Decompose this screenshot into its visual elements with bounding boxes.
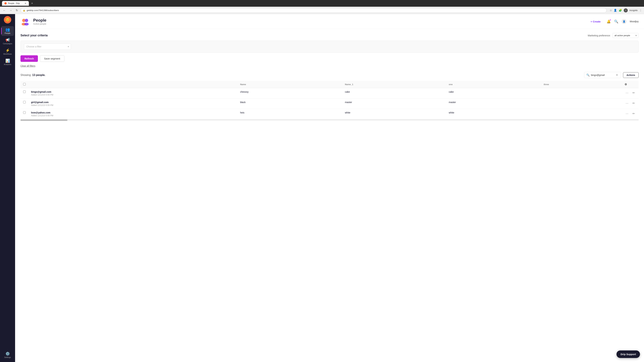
people-table: Name Name_1 one three ⚙ bbox=[20, 81, 639, 119]
td-name-1: chesssy bbox=[238, 88, 342, 98]
page-title: People bbox=[33, 18, 584, 23]
people-avatar bbox=[20, 17, 30, 26]
actions-button[interactable]: Actions bbox=[623, 72, 639, 78]
save-segment-button[interactable]: Save segment bbox=[40, 55, 64, 62]
app-layout: 😊 👥 People 📢 Campaigns ⚡ Workflows 📊 bbox=[0, 14, 644, 362]
row-actions-3: ··· ✏ bbox=[624, 111, 636, 116]
forward-button[interactable]: → bbox=[8, 8, 13, 12]
row-edit-button-3[interactable]: ✏ bbox=[632, 111, 636, 116]
marketing-pref-dropdown[interactable]: all active people active subscribers ina… bbox=[612, 33, 639, 38]
td-person-1: bingo@gmail.com Added 12/12/23 5:55 PM bbox=[28, 88, 238, 98]
row-checkbox-3[interactable] bbox=[23, 111, 26, 114]
td-name-2: black bbox=[238, 98, 342, 109]
person-email-3[interactable]: love@yahoo.com bbox=[31, 111, 235, 114]
criteria-header: Select your criteria Marketing preferenc… bbox=[20, 33, 639, 38]
incognito-badge[interactable]: I bbox=[624, 8, 628, 12]
row-edit-button-2[interactable]: ✏ bbox=[632, 101, 636, 105]
filter-select-wrapper: Email Tags Custom fields ▾ Choose a filt… bbox=[24, 43, 71, 50]
notification-dot bbox=[610, 19, 611, 21]
back-button[interactable]: ← bbox=[2, 8, 7, 12]
td-actions-3: ··· ✏ bbox=[622, 109, 639, 119]
content-area: Select your criteria Marketing preferenc… bbox=[15, 29, 644, 362]
table-row: love@yahoo.com Added 12/12/23 5:55 PM he… bbox=[20, 109, 639, 119]
sidebar-item-settings[interactable]: ⚙️ Settings bbox=[1, 350, 14, 360]
address-bar[interactable]: 🔒 getdrip.com/7641396/subscribers bbox=[21, 8, 606, 13]
sidebar-item-wrapper-workflows: ⚡ Workflows bbox=[1, 47, 14, 57]
clear-filters-link[interactable]: Clear all filters bbox=[20, 64, 36, 68]
row-more-button-2[interactable]: ··· bbox=[624, 101, 630, 105]
criteria-section: Select your criteria Marketing preferenc… bbox=[20, 33, 639, 68]
search-clear-icon[interactable]: ✕ bbox=[616, 73, 618, 77]
row-checkbox-1[interactable] bbox=[23, 90, 26, 93]
sidebar-label-workflows: Workflows bbox=[3, 53, 12, 55]
top-header: People Active people + Create 🔔 🔍 👤 Mood… bbox=[15, 14, 644, 29]
notification-button[interactable]: 🔔 bbox=[606, 19, 611, 23]
drip-support-button[interactable]: Drip Support bbox=[616, 351, 640, 358]
td-three-2 bbox=[541, 98, 622, 109]
td-name1-3: white bbox=[342, 109, 446, 119]
criteria-title: Select your criteria bbox=[20, 34, 48, 37]
row-actions-2: ··· ✏ bbox=[624, 101, 636, 105]
th-name1: Name_1 bbox=[342, 81, 446, 88]
sidebar-item-wrapper-campaigns: 📢 Campaigns bbox=[1, 36, 14, 46]
scroll-thumb[interactable] bbox=[20, 119, 68, 121]
td-checkbox-3 bbox=[20, 109, 28, 119]
sidebar-item-wrapper-people: 👥 People bbox=[1, 26, 14, 36]
td-three-3 bbox=[541, 109, 622, 119]
search-box: 🔍 ✕ bbox=[584, 72, 621, 78]
active-indicator bbox=[1, 28, 2, 34]
person-added-3: Added 12/12/23 5:55 PM bbox=[31, 114, 235, 117]
new-tab-button[interactable]: + bbox=[30, 1, 34, 5]
user-name: Moodjoy bbox=[630, 20, 639, 23]
row-edit-button-1[interactable]: ✏ bbox=[632, 91, 636, 95]
person-email-1[interactable]: bingo@gmail.com bbox=[31, 90, 235, 93]
bookmark-icon[interactable]: ☆ bbox=[610, 9, 612, 12]
main-content: People Active people + Create 🔔 🔍 👤 Mood… bbox=[15, 14, 644, 362]
person-email-2[interactable]: girl@gmail.com bbox=[31, 101, 235, 104]
reload-button[interactable]: ↻ bbox=[15, 8, 19, 12]
sidebar-label-people: People bbox=[5, 32, 10, 34]
th-three: three bbox=[541, 81, 622, 88]
sidebar-item-workflows[interactable]: ⚡ Workflows bbox=[1, 47, 14, 57]
results-header: Showing 13 people. 🔍 ✕ Actions bbox=[20, 72, 639, 78]
td-name1-1: cake bbox=[342, 88, 446, 98]
user-profile-button[interactable]: 👤 bbox=[622, 19, 626, 24]
td-name-3: heis bbox=[238, 109, 342, 119]
sidebar-label-settings: Settings bbox=[4, 356, 11, 358]
search-button[interactable]: 🔍 bbox=[614, 19, 618, 23]
page-subtitle: Active people bbox=[33, 23, 584, 25]
row-more-button-1[interactable]: ··· bbox=[624, 90, 630, 95]
td-person-3: love@yahoo.com Added 12/12/23 5:55 PM bbox=[28, 109, 238, 119]
table-row: bingo@gmail.com Added 12/12/23 5:55 PM c… bbox=[20, 88, 639, 98]
search-input[interactable] bbox=[591, 74, 614, 76]
campaigns-icon: 📢 bbox=[5, 38, 10, 42]
address-bar-row: ← → ↻ 🔒 getdrip.com/7641396/subscribers … bbox=[0, 7, 644, 14]
menu-icon[interactable]: ⋮ bbox=[639, 9, 642, 12]
tab-close-icon[interactable]: ✕ bbox=[24, 2, 26, 5]
td-actions-2: ··· ✏ bbox=[622, 98, 639, 109]
td-three-1 bbox=[541, 88, 622, 98]
count-label: 13 people. bbox=[32, 73, 45, 76]
sidebar-item-campaigns[interactable]: 📢 Campaigns bbox=[1, 36, 14, 46]
horizontal-scrollbar[interactable] bbox=[20, 119, 639, 121]
refresh-button[interactable]: Refresh bbox=[20, 55, 38, 62]
filter-select[interactable]: Email Tags Custom fields bbox=[24, 43, 71, 50]
th-one: one bbox=[446, 81, 541, 88]
create-button[interactable]: + Create bbox=[588, 19, 603, 24]
analytics-icon: 📊 bbox=[5, 59, 10, 63]
row-checkbox-2[interactable] bbox=[23, 101, 26, 103]
td-checkbox-2 bbox=[20, 98, 28, 109]
column-settings-icon[interactable]: ⚙ bbox=[624, 83, 627, 86]
select-all-checkbox[interactable] bbox=[23, 83, 26, 85]
search-icon: 🔍 bbox=[586, 73, 590, 77]
browser-tab[interactable]: People · Drip ✕ bbox=[2, 1, 29, 6]
settings-icon: ⚙️ bbox=[5, 352, 10, 356]
td-checkbox-1 bbox=[20, 88, 28, 98]
row-more-button-3[interactable]: ··· bbox=[624, 111, 630, 116]
profile-icon[interactable]: 👤 bbox=[614, 9, 617, 12]
td-person-2: girl@gmail.com Added 12/12/23 5:55 PM bbox=[28, 98, 238, 109]
sidebar-item-people[interactable]: 👥 People bbox=[1, 26, 14, 36]
extensions-icon[interactable]: 🧩 bbox=[619, 9, 622, 12]
table-header-row: Name Name_1 one three ⚙ bbox=[20, 81, 639, 88]
sidebar-item-analytics[interactable]: 📊 Analytics bbox=[1, 57, 14, 67]
